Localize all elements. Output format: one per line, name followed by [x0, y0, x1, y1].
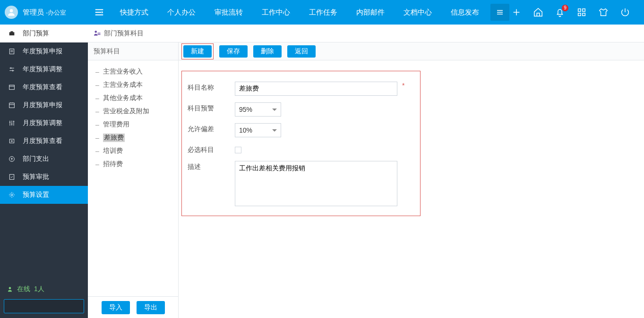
svg-point-0 — [10, 9, 13, 12]
sidebar-item-budget-settings[interactable]: 预算设置 — [0, 186, 88, 204]
view-icon — [8, 83, 16, 92]
subject-label: 其他业务成本 — [103, 94, 143, 102]
subject-item[interactable]: –差旅费 — [91, 131, 175, 144]
desc-textarea[interactable] — [235, 161, 397, 206]
subject-item[interactable]: –其他业务成本 — [91, 92, 175, 105]
user-block[interactable]: 管理员 -办公室 — [0, 6, 88, 19]
subject-item[interactable]: –主营业务成本 — [91, 78, 175, 92]
dash-icon: – — [95, 121, 99, 128]
sidebar-item-monthly-apply[interactable]: 月度预算申报 — [0, 96, 88, 114]
sidebar-item-label: 年度预算调整 — [23, 65, 62, 74]
avatar — [5, 6, 18, 19]
calendar-icon — [8, 101, 16, 109]
warn-value: 95% — [239, 106, 252, 113]
svg-rect-8 — [9, 139, 14, 143]
sidebar-item-label: 月度预算查看 — [23, 137, 62, 145]
name-input[interactable] — [235, 82, 397, 96]
nav-docs[interactable]: 文档中心 — [394, 0, 441, 25]
sidebar-item-dept-budget[interactable]: 部门预算 — [0, 25, 88, 42]
home-button[interactable] — [532, 7, 544, 18]
sidebar-item-annual-apply[interactable]: 年度预算申报 — [0, 42, 88, 60]
sidebar-item-monthly-view[interactable]: 月度预算查看 — [0, 132, 88, 150]
eye-icon — [8, 137, 16, 145]
svg-rect-16 — [98, 33, 101, 33]
page-title-bar: 部门预算科目 — [88, 25, 644, 42]
nav-personal[interactable]: 个人办公 — [158, 0, 205, 25]
back-button[interactable]: 返回 — [287, 45, 316, 58]
save-button[interactable]: 保存 — [219, 45, 248, 58]
sidebar-search[interactable] — [4, 299, 84, 313]
page-icon — [93, 29, 101, 38]
import-button[interactable]: 导入 — [102, 301, 130, 314]
hamburger-icon — [496, 8, 504, 17]
sidebar-item-annual-view[interactable]: 年度预算查看 — [0, 78, 88, 96]
theme-button[interactable] — [598, 7, 609, 18]
sidebar-item-budget-approve[interactable]: 预算审批 — [0, 168, 88, 186]
label-warn: 科目预警 — [188, 102, 235, 113]
nav-news[interactable]: 信息发布 — [441, 0, 489, 25]
subject-panel: 预算科目 –主营业务收入–主营业务成本–其他业务成本–营业税金及附加–管理费用–… — [88, 42, 179, 318]
plus-icon — [511, 7, 522, 17]
new-button[interactable]: 新建 — [183, 45, 212, 58]
settings-icon — [8, 191, 16, 199]
user-icon — [7, 8, 16, 17]
dash-icon: – — [95, 108, 99, 115]
sidebar-item-label: 预算设置 — [23, 191, 49, 199]
svg-rect-7 — [9, 103, 15, 108]
subject-label: 主营业务收入 — [103, 67, 143, 76]
user-dept: -办公室 — [46, 9, 66, 16]
subject-label: 差旅费 — [103, 134, 125, 142]
form-panel: 科目名称 * 科目预警 95% 允许偏差 — [181, 71, 421, 216]
chevron-down-icon — [272, 129, 277, 134]
sidebar-item-dept-expense[interactable]: 部门支出 — [0, 150, 88, 168]
subject-item[interactable]: –管理费用 — [91, 118, 175, 131]
subject-item[interactable]: –营业税金及附加 — [91, 105, 175, 118]
search-input[interactable] — [8, 303, 87, 310]
adjust-icon — [8, 119, 16, 127]
nav-shortcut[interactable]: 快捷方式 — [111, 0, 158, 25]
nav-workcenter[interactable]: 工作中心 — [252, 0, 300, 25]
subject-label: 主营业务成本 — [103, 81, 143, 89]
top-nav: 快捷方式 个人办公 审批流转 工作中心 工作任务 内部邮件 文档中心 信息发布 — [111, 0, 489, 25]
nav-mail[interactable]: 内部邮件 — [347, 0, 394, 25]
label-tolerance: 允许偏差 — [188, 123, 235, 134]
online-status[interactable]: 在线 1人 — [0, 282, 88, 299]
power-icon — [620, 7, 630, 17]
svg-rect-3 — [578, 13, 581, 16]
menu-toggle[interactable] — [88, 0, 111, 25]
sidebar-item-annual-adjust[interactable]: 年度预算调整 — [0, 60, 88, 78]
apps-button[interactable] — [576, 7, 587, 18]
svg-rect-4 — [583, 13, 585, 16]
warn-select[interactable]: 95% — [235, 102, 281, 117]
export-button[interactable]: 导出 — [137, 301, 165, 314]
delete-button[interactable]: 删除 — [253, 45, 282, 58]
notification-badge: 9 — [562, 5, 568, 11]
dash-icon: – — [95, 81, 99, 89]
subject-label: 管理费用 — [103, 120, 129, 129]
tolerance-select[interactable]: 10% — [235, 123, 281, 137]
notifications-button[interactable]: 9 — [554, 7, 566, 18]
nav-approval[interactable]: 审批流转 — [205, 0, 252, 25]
required-checkbox[interactable] — [235, 147, 241, 153]
sidebar-item-label: 预算审批 — [23, 173, 49, 181]
page-title: 部门预算科目 — [104, 29, 144, 38]
approve-icon — [8, 173, 16, 181]
power-button[interactable] — [619, 7, 631, 18]
subject-item[interactable]: –主营业务收入 — [91, 65, 175, 78]
nav-tasks[interactable]: 工作任务 — [300, 0, 347, 25]
svg-rect-6 — [9, 85, 15, 89]
svg-point-15 — [95, 31, 97, 33]
online-label: 在线 — [17, 285, 30, 293]
apps-icon — [576, 7, 587, 17]
sidebar-item-monthly-adjust[interactable]: 月度预算调整 — [0, 114, 88, 132]
subject-label: 培训费 — [103, 147, 123, 155]
subject-item[interactable]: –培训费 — [91, 144, 175, 158]
tolerance-value: 10% — [239, 126, 252, 134]
toolbar: 新建 保存 删除 返回 — [179, 42, 644, 60]
add-button[interactable] — [511, 7, 522, 18]
expense-icon — [8, 155, 16, 163]
doc-icon — [8, 47, 16, 56]
svg-rect-2 — [583, 9, 585, 12]
nav-more-button[interactable] — [490, 4, 509, 21]
subject-item[interactable]: –招待费 — [91, 158, 175, 171]
